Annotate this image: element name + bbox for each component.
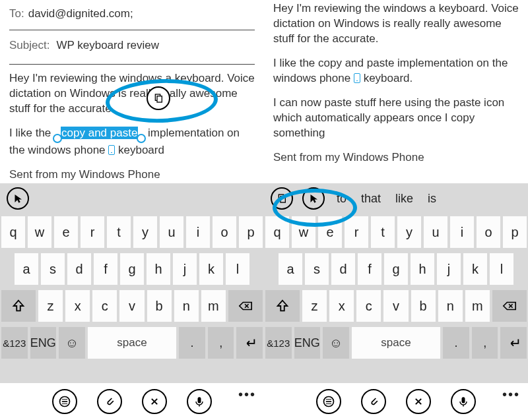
key-u[interactable]: u — [160, 216, 183, 248]
key-symbols[interactable]: &123 — [265, 327, 292, 359]
key-k[interactable]: k — [463, 253, 487, 285]
signature[interactable]: Sent from my Windows Phone — [9, 167, 255, 183]
key-h[interactable]: h — [411, 253, 434, 285]
key-l[interactable]: l — [490, 253, 513, 285]
key-x[interactable]: x — [329, 290, 354, 322]
key-backspace[interactable] — [492, 290, 527, 322]
key-m[interactable]: m — [201, 290, 226, 322]
key-e[interactable]: e — [318, 216, 342, 248]
email-body-area[interactable]: Hey I'm reviewing the windows a keyboard… — [264, 0, 528, 183]
key-i[interactable]: i — [186, 216, 210, 248]
to-value[interactable]: david@dignited.com; — [28, 7, 133, 22]
key-s[interactable]: s — [305, 253, 329, 285]
body-paragraph-2[interactable]: I like the copy and paste implementation… — [9, 126, 255, 158]
paste-icon[interactable] — [271, 187, 293, 210]
mic-button[interactable] — [451, 389, 476, 414]
key-h[interactable]: h — [147, 253, 170, 285]
key-o[interactable]: o — [477, 216, 500, 248]
key-n[interactable]: n — [438, 290, 463, 322]
close-button[interactable] — [142, 389, 167, 414]
suggestion-word[interactable]: is — [425, 192, 439, 206]
key-o[interactable]: o — [213, 216, 236, 248]
key-symbols[interactable]: &123 — [1, 327, 28, 359]
body-paragraph-1[interactable]: Hey I'm reviewing the windows a keyboard… — [273, 1, 519, 47]
key-shift[interactable] — [1, 290, 36, 322]
key-emoji[interactable]: ☺ — [59, 327, 85, 359]
key-space[interactable]: space — [352, 327, 441, 359]
key-q[interactable]: q — [1, 216, 25, 248]
key-v[interactable]: v — [119, 290, 144, 322]
attach-button[interactable] — [97, 389, 122, 414]
key-language[interactable]: ENG — [30, 327, 57, 359]
key-period[interactable]: . — [179, 327, 205, 359]
key-p[interactable]: p — [503, 216, 527, 248]
key-d[interactable]: d — [331, 253, 355, 285]
key-b[interactable]: b — [411, 290, 436, 322]
key-p[interactable]: p — [239, 216, 263, 248]
copy-icon[interactable] — [147, 86, 170, 110]
key-y[interactable]: y — [133, 216, 157, 248]
key-g[interactable]: g — [384, 253, 408, 285]
subject-row[interactable]: Subject: WP keyboard review — [9, 37, 255, 60]
key-k[interactable]: k — [199, 253, 223, 285]
key-r[interactable]: r — [345, 216, 368, 248]
key-d[interactable]: d — [67, 253, 91, 285]
key-j[interactable]: j — [173, 253, 197, 285]
key-a[interactable]: a — [279, 253, 302, 285]
key-c[interactable]: c — [356, 290, 381, 322]
key-a[interactable]: a — [15, 253, 38, 285]
key-q[interactable]: q — [265, 216, 289, 248]
key-m[interactable]: m — [465, 290, 490, 322]
key-r[interactable]: r — [81, 216, 104, 248]
key-enter[interactable] — [500, 327, 527, 359]
send-button[interactable] — [316, 389, 341, 414]
subject-value[interactable]: WP keyboard review — [56, 38, 159, 53]
key-enter[interactable] — [236, 327, 263, 359]
key-i[interactable]: i — [450, 216, 474, 248]
mic-button[interactable] — [187, 389, 212, 414]
send-button[interactable] — [52, 389, 77, 414]
close-button[interactable] — [406, 389, 431, 414]
key-emoji[interactable]: ☺ — [323, 327, 349, 359]
cursor-control-icon[interactable] — [302, 187, 325, 210]
key-y[interactable]: y — [397, 216, 421, 248]
key-language[interactable]: ENG — [294, 327, 321, 359]
key-w[interactable]: w — [292, 216, 315, 248]
key-space[interactable]: space — [88, 327, 177, 359]
key-period[interactable]: . — [443, 327, 469, 359]
key-x[interactable]: x — [65, 290, 90, 322]
email-compose-area[interactable]: To: david@dignited.com; Subject: WP keyb… — [0, 0, 264, 183]
key-t[interactable]: t — [371, 216, 395, 248]
body-paragraph-3[interactable]: I can now paste stuff here using the pas… — [273, 96, 519, 141]
key-f[interactable]: f — [94, 253, 117, 285]
suggestion-word[interactable]: to — [334, 192, 349, 206]
cursor-control-icon[interactable] — [7, 187, 29, 210]
signature[interactable]: Sent from my Windows Phone — [273, 150, 519, 165]
selected-text[interactable]: copy and paste — [61, 127, 138, 139]
attach-button[interactable] — [361, 389, 386, 414]
key-v[interactable]: v — [383, 290, 408, 322]
more-icon[interactable]: ••• — [502, 387, 520, 402]
key-z[interactable]: z — [38, 290, 63, 322]
key-w[interactable]: w — [28, 216, 51, 248]
key-u[interactable]: u — [424, 216, 447, 248]
suggestion-word[interactable]: like — [393, 192, 416, 206]
key-l[interactable]: l — [226, 253, 249, 285]
key-e[interactable]: e — [54, 216, 78, 248]
key-f[interactable]: f — [358, 253, 381, 285]
to-row[interactable]: To: david@dignited.com; — [9, 5, 255, 26]
key-b[interactable]: b — [147, 290, 172, 322]
key-comma[interactable]: , — [208, 327, 234, 359]
key-c[interactable]: c — [92, 290, 117, 322]
key-comma[interactable]: , — [472, 327, 498, 359]
body-paragraph-2[interactable]: I like the copy and paste implementation… — [273, 56, 519, 86]
key-j[interactable]: j — [437, 253, 461, 285]
more-icon[interactable]: ••• — [238, 387, 256, 402]
key-backspace[interactable] — [228, 290, 263, 322]
suggestion-word[interactable]: that — [358, 192, 383, 206]
key-shift[interactable] — [265, 290, 300, 322]
key-n[interactable]: n — [174, 290, 199, 322]
key-t[interactable]: t — [107, 216, 131, 248]
body-paragraph-1[interactable]: Hey I'm reviewing the windows a keyboard… — [9, 71, 255, 117]
key-s[interactable]: s — [41, 253, 65, 285]
